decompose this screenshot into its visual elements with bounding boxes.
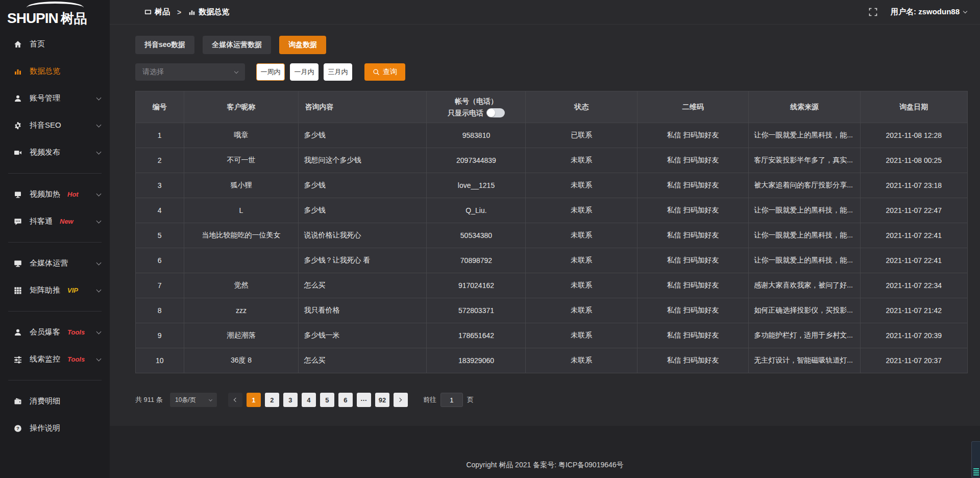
cell-account: 183929060: [427, 348, 526, 373]
fullscreen-icon[interactable]: [869, 8, 877, 16]
page-button-5[interactable]: 5: [320, 393, 334, 407]
cell-content: 多少钱一米: [299, 323, 427, 348]
cell-qr-link[interactable]: 私信 扫码加好友: [637, 198, 748, 223]
page-button-6[interactable]: 6: [338, 393, 353, 407]
cell-status: 未联系: [526, 148, 637, 173]
username-label: 用户名: zswodun88: [891, 7, 960, 17]
tab-1[interactable]: 全媒体运营数据: [203, 36, 271, 54]
header-id: 编号: [136, 91, 184, 123]
cell-source-link[interactable]: 如何正确选择投影仪，买投影...: [749, 298, 860, 323]
cell-source-link[interactable]: 多功能护栏灯，适用于乡村文...: [749, 323, 860, 348]
sidebar-item-account-manage[interactable]: 账号管理: [0, 85, 110, 112]
cell-account: 2097344839: [427, 148, 526, 173]
cell-date: 2021-11-07 21:42: [860, 298, 967, 323]
cell-source-link[interactable]: 让你一眼就爱上的黑科技，能...: [749, 123, 860, 148]
sidebar-item-douyin-seo[interactable]: 抖音SEO: [0, 112, 110, 139]
range-button-0[interactable]: 一周内: [256, 63, 285, 81]
cell-nickname: 狐小狸: [184, 173, 299, 198]
user-icon: [13, 94, 22, 103]
home-icon: [13, 40, 22, 49]
cell-status: 未联系: [526, 323, 637, 348]
cell-content: 怎么买: [299, 348, 427, 373]
sidebar-item-video-heat[interactable]: 视频加热Hot: [0, 181, 110, 208]
table-row: 7觉然怎么买917024162未联系私信 扫码加好友感谢大家喜欢我家，被问了好.…: [136, 273, 968, 298]
sidebar-item-operation-guide[interactable]: ?操作说明: [0, 415, 110, 442]
sidebar-item-data-overview[interactable]: 数据总览: [0, 58, 110, 85]
phone-only-toggle[interactable]: [486, 108, 505, 117]
sidebar-item-home[interactable]: 首页: [0, 31, 110, 58]
cell-source-link[interactable]: 让你一眼就爱上的黑科技，能...: [749, 248, 860, 273]
table-row: 5当地比较能吃的一位美女说说价格让我死心50534380未联系私信 扫码加好友让…: [136, 223, 968, 248]
cell-source-link[interactable]: 客厅安装投影半年多了，真实...: [749, 148, 860, 173]
page-button-2[interactable]: 2: [265, 393, 279, 407]
cell-qr-link[interactable]: 私信 扫码加好友: [637, 298, 748, 323]
cell-qr-link[interactable]: 私信 扫码加好友: [637, 223, 748, 248]
sidebar-item-label: 抖音SEO: [30, 121, 61, 130]
page-size-select[interactable]: 10条/页: [170, 393, 217, 407]
chevron-down-icon: [96, 260, 102, 265]
sidebar-divider: [8, 242, 102, 243]
sidebar: SHUPIN 树品 首页数据总览账号管理抖音SEO视频发布视频加热Hot抖客通N…: [0, 0, 110, 478]
floating-widget[interactable]: [971, 441, 980, 478]
cell-qr-link[interactable]: 私信 扫码加好友: [637, 273, 748, 298]
goto-label: 前往: [423, 395, 436, 404]
sidebar-item-badge: Tools: [67, 328, 85, 336]
cell-source-link[interactable]: 被大家追着问的客厅投影分享...: [749, 173, 860, 198]
cell-content: 说说价格让我死心: [299, 223, 427, 248]
cell-qr-link[interactable]: 私信 扫码加好友: [637, 323, 748, 348]
cell-id: 7: [136, 273, 184, 298]
page-button-1[interactable]: 1: [247, 393, 261, 407]
cell-status: 未联系: [526, 273, 637, 298]
sidebar-divider: [8, 173, 102, 174]
main-area: 树品 > 数据总览 用户名: zswodun88 抖音seo数据全媒体运营数据询…: [110, 0, 980, 478]
sidebar-item-matrix-boost[interactable]: 矩阵助推VIP: [0, 277, 110, 304]
page-button-92[interactable]: 92: [375, 393, 389, 407]
prev-page-button[interactable]: [228, 393, 242, 407]
breadcrumb-item-home[interactable]: 树品: [155, 7, 170, 17]
search-button[interactable]: 查询: [364, 63, 405, 81]
sidebar-item-media-operation[interactable]: 全媒体运营: [0, 250, 110, 277]
screen-small-icon: [144, 9, 152, 16]
sidebar-item-label: 操作说明: [30, 423, 60, 433]
cell-source-link[interactable]: 感谢大家喜欢我家，被问了好...: [749, 273, 860, 298]
sidebar-item-label: 消费明细: [30, 396, 60, 406]
search-button-label: 查询: [383, 67, 397, 77]
sidebar-item-consume-detail[interactable]: 消费明细: [0, 388, 110, 415]
cell-source-link[interactable]: 让你一眼就爱上的黑科技，能...: [749, 198, 860, 223]
account-select[interactable]: 请选择: [135, 63, 245, 81]
page-ellipsis-button[interactable]: ···: [357, 393, 371, 407]
range-button-2[interactable]: 三月内: [324, 63, 352, 81]
cell-qr-link[interactable]: 私信 扫码加好友: [637, 173, 748, 198]
cell-account: 50534380: [427, 223, 526, 248]
tab-0[interactable]: 抖音seo数据: [135, 36, 194, 54]
cell-nickname: 觉然: [184, 273, 299, 298]
sidebar-item-member-baoke[interactable]: 会员爆客Tools: [0, 319, 110, 346]
logo-text-cn: 树品: [61, 12, 87, 26]
goto-page-input[interactable]: [440, 393, 463, 407]
sidebar-item-label: 账号管理: [30, 93, 60, 103]
cell-source-link[interactable]: 让你一眼就爱上的黑科技，能...: [749, 223, 860, 248]
cell-qr-link[interactable]: 私信 扫码加好友: [637, 248, 748, 273]
next-page-button[interactable]: [394, 393, 408, 407]
tab-2[interactable]: 询盘数据: [279, 36, 326, 54]
cell-status: 未联系: [526, 198, 637, 223]
chevron-down-icon: [96, 287, 102, 292]
sidebar-item-douketong[interactable]: 抖客通New: [0, 208, 110, 235]
cell-qr-link[interactable]: 私信 扫码加好友: [637, 148, 748, 173]
page-button-3[interactable]: 3: [283, 393, 298, 407]
sidebar-item-clue-monitor[interactable]: 线索监控Tools: [0, 346, 110, 373]
cell-qr-link[interactable]: 私信 扫码加好友: [637, 348, 748, 373]
page-button-4[interactable]: 4: [302, 393, 316, 407]
cell-nickname: 36度 8: [184, 348, 299, 373]
app-root: SHUPIN 树品 首页数据总览账号管理抖音SEO视频发布视频加热Hot抖客通N…: [0, 0, 980, 478]
range-button-1[interactable]: 一月内: [290, 63, 318, 81]
cell-source-link[interactable]: 无主灯设计，智能磁吸轨道灯...: [749, 348, 860, 373]
sidebar-item-video-publish[interactable]: 视频发布: [0, 139, 110, 166]
table-header-row: 编号 客户昵称 咨询内容 帐号（电话） 只显示电话: [136, 91, 968, 123]
header-nickname: 客户昵称: [184, 91, 299, 123]
user-dropdown[interactable]: 用户名: zswodun88: [891, 7, 967, 17]
header-account-label: 帐号（电话）: [455, 95, 498, 107]
cell-qr-link[interactable]: 私信 扫码加好友: [637, 123, 748, 148]
phone-toggle-label: 只显示电话: [448, 107, 483, 118]
table-row: 1哦章多少钱9583810已联系私信 扫码加好友让你一眼就爱上的黑科技，能...…: [136, 123, 968, 148]
